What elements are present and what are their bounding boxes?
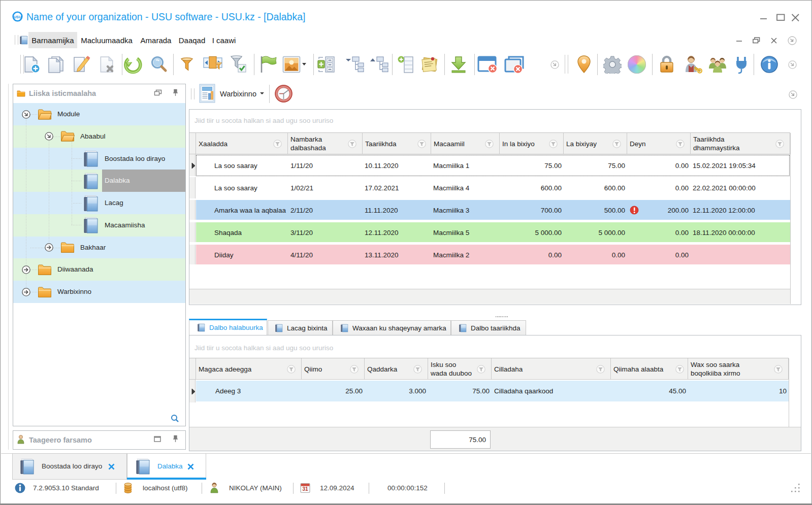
svg-text:USU: USU [14,15,21,19]
svg-text:31: 31 [302,486,308,492]
